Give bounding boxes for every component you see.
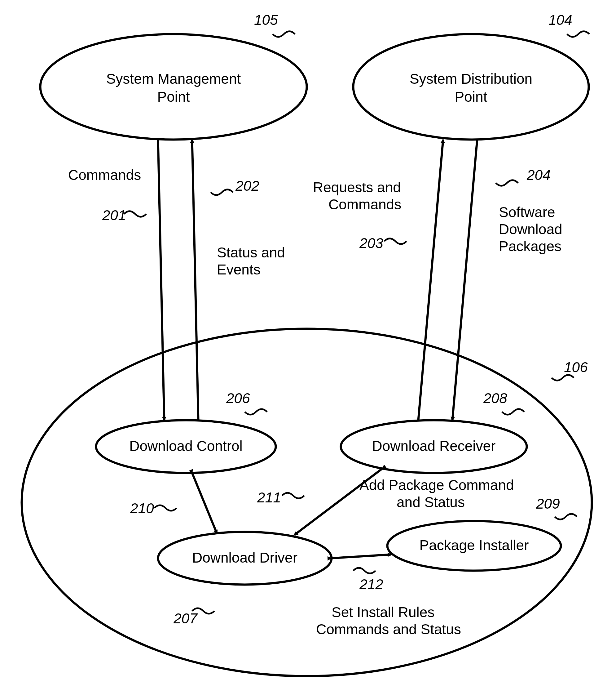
node-system-management-point: System Management Point — [40, 34, 307, 139]
edge-dd-pi — [331, 555, 391, 558]
container-ellipse — [22, 329, 592, 676]
ref-206: 206 — [226, 390, 250, 406]
node-sdp-line1: System Distribution — [410, 71, 532, 87]
node-package-installer: Package Installer — [387, 521, 561, 571]
label-sw-pkgs-2: Download — [499, 221, 562, 237]
label-add-pkg-1: Add Package Command — [359, 477, 514, 493]
label-install-rules-1: Set Install Rules — [332, 604, 435, 620]
ref-211: 211 — [257, 489, 281, 506]
ref-210: 210 — [130, 500, 154, 516]
node-download-receiver: Download Receiver — [341, 420, 527, 473]
ref-209: 209 — [536, 496, 560, 512]
ref-202: 202 — [235, 178, 259, 194]
node-download-driver: Download Driver — [158, 532, 332, 584]
label-sw-pkgs-3: Packages — [499, 238, 561, 254]
ref-203: 203 — [359, 235, 383, 251]
edge-software-packages — [452, 139, 477, 420]
ref-106: 106 — [564, 359, 588, 375]
node-pi-text: Package Installer — [420, 537, 529, 553]
ref-104: 104 — [548, 12, 572, 28]
node-download-control: Download Control — [96, 420, 276, 473]
ref-212: 212 — [359, 576, 383, 592]
edge-dc-dd — [192, 473, 217, 533]
label-req-cmds-2: Commands — [329, 196, 401, 213]
node-dc-text: Download Control — [129, 438, 243, 454]
label-add-pkg-2: and Status — [397, 494, 465, 510]
ref-201: 201 — [102, 207, 126, 223]
edge-requests-commands — [418, 139, 443, 420]
label-req-cmds-1: Requests and — [313, 179, 401, 196]
ref-208: 208 — [483, 390, 507, 406]
edge-status-events — [192, 139, 198, 420]
diagram-canvas: 106 System Management Point 105 System D… — [0, 0, 616, 695]
label-status-events-1: Status and — [217, 244, 285, 260]
node-dd-text: Download Driver — [192, 549, 297, 566]
node-system-distribution-point: System Distribution Point — [353, 34, 589, 139]
label-status-events-2: Events — [217, 261, 261, 277]
edge-commands — [158, 139, 164, 420]
node-dr-text: Download Receiver — [372, 438, 496, 454]
ref-204: 204 — [526, 167, 551, 183]
node-sdp-line2: Point — [455, 89, 488, 105]
label-commands: Commands — [68, 167, 141, 183]
node-smp-line2: Point — [157, 89, 190, 105]
ref-105: 105 — [254, 12, 278, 28]
label-install-rules-2: Commands and Status — [316, 621, 461, 637]
node-smp-line1: System Management — [106, 71, 241, 87]
ref-207: 207 — [173, 610, 198, 626]
label-sw-pkgs-1: Software — [499, 204, 555, 220]
